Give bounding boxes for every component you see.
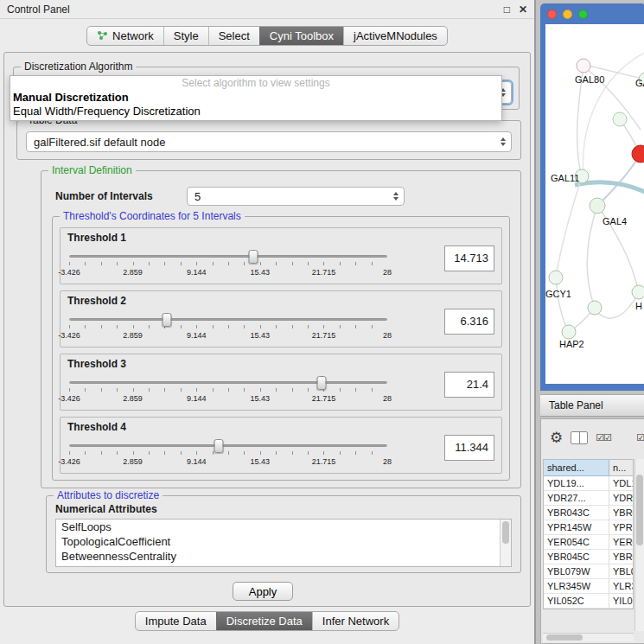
dropdown-item-manual-discretization[interactable]: Manual Discretization (10, 91, 501, 105)
zoom-traffic-light-icon[interactable] (578, 10, 588, 19)
control-panel-titlebar: Control Panel □ ✕ (0, 0, 534, 19)
table-vertical-scrollbar[interactable] (634, 459, 644, 631)
close-icon[interactable]: ✕ (519, 3, 527, 16)
threshold-1-label: Threshold 1 (67, 232, 126, 244)
tab-select[interactable]: Select (208, 27, 259, 45)
gear-icon[interactable]: ⚙ (550, 430, 563, 445)
threshold-4-value-field[interactable]: 11.344 (444, 435, 494, 461)
select-none-columns-icon[interactable]: ☑☑ (636, 432, 644, 443)
slider-scale: -3.4262.8599.14415.4321.71528 (69, 331, 387, 341)
scrollbar-thumb[interactable] (546, 634, 583, 641)
table-data-select[interactable]: galFiltered.sif default node (26, 131, 512, 152)
threshold-4-label: Threshold 4 (67, 421, 126, 433)
table-row[interactable]: YIL052CYIL0 (544, 594, 633, 609)
table-row[interactable]: YBR043CYBR0 (544, 506, 633, 520)
threshold-2-slider[interactable]: -3.4262.8599.14415.4321.71528 (67, 310, 389, 345)
threshold-3-value-field[interactable]: 21.4 (444, 372, 494, 398)
table-row[interactable]: YBR045CYBR0 (544, 550, 633, 564)
threshold-2-value-field[interactable]: 6.316 (444, 309, 494, 335)
tab-cyni-toolbox[interactable]: Cyni Toolbox (259, 27, 343, 45)
threshold-3-slider[interactable]: -3.4262.8599.14415.4321.71528 (67, 373, 389, 408)
table-row[interactable]: YLR345WYLR3 (544, 579, 633, 594)
minimize-traffic-light-icon[interactable] (563, 10, 572, 19)
node-label-hap2: HAP2 (559, 339, 584, 349)
number-of-intervals-value: 5 (194, 190, 404, 203)
slider-thumb[interactable] (248, 250, 258, 264)
tab-discretize-data[interactable]: Discretize Data (216, 612, 312, 630)
list-scrollbar[interactable] (500, 520, 511, 566)
close-traffic-light-icon[interactable] (547, 10, 557, 19)
tab-impute-data[interactable]: Impute Data (136, 612, 216, 630)
number-of-intervals-select[interactable]: 5 (187, 187, 405, 206)
node-table: shared... n... YDL19...YDL1 YDR27...YDR2… (543, 459, 634, 609)
tab-jactivemnodules[interactable]: jActiveMNodules (343, 27, 447, 45)
tab-network[interactable]: Network (87, 27, 163, 45)
apply-button[interactable]: Apply (233, 582, 293, 601)
number-of-intervals-label: Number of Intervals (55, 190, 153, 202)
node-selected-red[interactable] (632, 145, 644, 163)
slider-thumb[interactable] (316, 376, 326, 390)
slider-scale: -3.4262.8599.14415.4321.71528 (69, 268, 387, 277)
scrollbar-thumb[interactable] (636, 475, 643, 545)
control-panel-window: Control Panel □ ✕ Network Style Select C… (0, 0, 536, 644)
network-window: GAL80 GA GAL11 GAL4 GCY1 H HAP2 (540, 3, 644, 391)
table-row[interactable]: YDL19...YDL1 (544, 476, 633, 491)
table-row[interactable]: YER054CYER0 (544, 535, 633, 550)
thresholds-group: Threshold's Coordinates for 5 Intervals … (52, 216, 510, 481)
node-label-gcy1: GCY1 (545, 289, 571, 299)
threshold-1-value-field[interactable]: 14.713 (444, 245, 494, 271)
numerical-attributes-list[interactable]: SelfLoops TopologicalCoefficient Between… (55, 519, 512, 567)
node-gcy1[interactable] (549, 271, 563, 284)
node[interactable] (613, 112, 627, 126)
select-all-columns-icon[interactable]: ☑☑ (596, 432, 611, 443)
dropdown-placeholder-item[interactable]: Select algorithm to view settings (10, 76, 501, 91)
threshold-1-slider[interactable]: -3.4262.8599.14415.4321.71528 (67, 247, 389, 282)
attributes-group-label: Attributes to discretize (54, 489, 163, 501)
list-item[interactable]: TopologicalCoefficient (56, 534, 511, 549)
node-hap2[interactable] (562, 325, 576, 339)
dropdown-item-equal-width-frequency[interactable]: Equal Width/Frequency Discretization (10, 105, 501, 118)
node[interactable] (632, 285, 644, 299)
table-row[interactable]: YDR27...YDR2 (544, 491, 633, 506)
list-item[interactable]: SelfLoops (56, 520, 511, 534)
node[interactable] (588, 301, 602, 315)
slider-track (69, 318, 387, 321)
scrollbar-thumb[interactable] (502, 521, 509, 544)
slider-track (69, 444, 387, 447)
slider-ticks (69, 451, 387, 455)
slider-ticks (69, 325, 387, 328)
table-row[interactable]: YPR145WYPR1 (544, 520, 633, 535)
node-gal4[interactable] (590, 198, 605, 214)
table-panel-title: Table Panel (549, 399, 603, 411)
table-row[interactable]: YBL079WYBL0 (544, 564, 633, 579)
threshold-4-slider[interactable]: -3.4262.8599.14415.4321.71528 (67, 437, 389, 471)
table-horizontal-scrollbar[interactable] (543, 633, 634, 641)
column-header-name[interactable]: n... (609, 460, 633, 476)
slider-track (69, 381, 387, 384)
slider-thumb[interactable] (163, 313, 172, 327)
tab-infer-network[interactable]: Infer Network (312, 612, 399, 630)
top-tab-bar: Network Style Select Cyni Toolbox jActiv… (0, 19, 534, 52)
slider-track (69, 255, 387, 258)
table-header-row: shared... n... (544, 460, 633, 476)
table-data-group: Table Data galFiltered.sif default node (16, 120, 521, 160)
network-canvas[interactable]: GAL80 GA GAL11 GAL4 GCY1 H HAP2 (545, 24, 644, 384)
node-label-gal80: GAL80 (575, 74, 604, 85)
tab-network-label: Network (112, 29, 154, 42)
numerical-attributes-label: Numerical Attributes (55, 503, 157, 515)
node-gal80[interactable] (577, 59, 590, 73)
threshold-2-label: Threshold 2 (67, 295, 126, 307)
slider-ticks (69, 262, 387, 265)
list-item[interactable]: BetweennessCentrality (56, 549, 511, 564)
interval-definition-label: Interval Definition (48, 164, 136, 176)
columns-icon[interactable] (571, 431, 588, 444)
float-window-icon[interactable]: □ (504, 3, 510, 16)
tab-style[interactable]: Style (163, 27, 208, 45)
threshold-4-panel: Threshold 4 -3.4262.8599.14415.4321.7152… (60, 417, 502, 474)
right-region: GAL80 GA GAL11 GAL4 GCY1 H HAP2 Table Pa… (536, 0, 644, 644)
slider-thumb[interactable] (214, 439, 223, 453)
column-header-shared-name[interactable]: shared... (544, 460, 609, 476)
node-label-gal4: GAL4 (603, 216, 627, 226)
window-controls (547, 10, 588, 19)
node-label-gal11: GAL11 (551, 173, 579, 183)
